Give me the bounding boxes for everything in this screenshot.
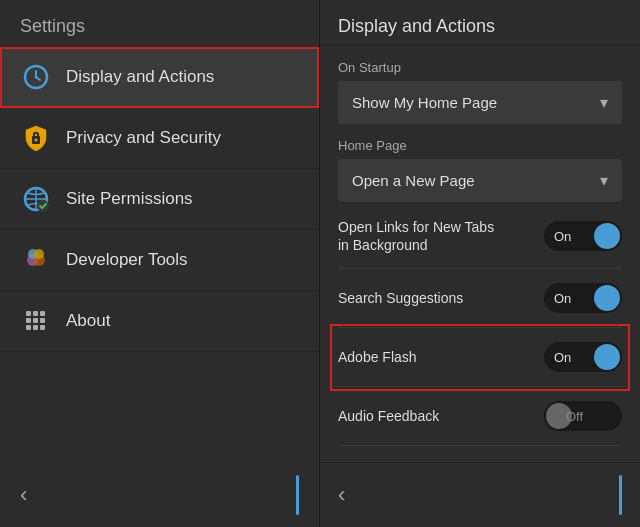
toggle-row-new-tabs: Open Links for New Tabs in Background On <box>338 204 622 269</box>
svg-point-1 <box>35 76 38 79</box>
toggle-label-new-tabs: Open Links for New Tabs in Background <box>338 218 508 254</box>
toggle-text-new-tabs: On <box>546 229 571 244</box>
svg-rect-17 <box>33 325 38 330</box>
svg-rect-11 <box>33 311 38 316</box>
toggle-search[interactable]: On <box>544 283 622 313</box>
sidebar-label-dev: Developer Tools <box>66 250 188 270</box>
homepage-dropdown-value: Open a New Page <box>352 172 475 189</box>
svg-rect-15 <box>40 318 45 323</box>
sidebar: Settings Display and Actions Privacy and… <box>0 0 320 527</box>
sidebar-label-display: Display and Actions <box>66 67 214 87</box>
detail-panel: Display and Actions On Startup Show My H… <box>320 0 640 527</box>
sidebar-item-display[interactable]: Display and Actions <box>0 47 319 108</box>
scroll-indicator-right <box>619 475 622 515</box>
sidebar-item-about[interactable]: About <box>0 291 319 352</box>
toggle-label-audio: Audio Feedback <box>338 407 439 425</box>
sidebar-item-privacy[interactable]: Privacy and Security <box>0 108 319 169</box>
homepage-dropdown[interactable]: Open a New Page ▾ <box>338 159 622 202</box>
sidebar-label-about: About <box>66 311 110 331</box>
toggle-circle-flash <box>594 344 620 370</box>
toggle-text-audio: Off <box>546 409 583 424</box>
sidebar-label-privacy: Privacy and Security <box>66 128 221 148</box>
toggle-label-flash: Adobe Flash <box>338 348 417 366</box>
svg-rect-16 <box>26 325 31 330</box>
toggle-audio[interactable]: Off <box>544 401 622 431</box>
homepage-dropdown-arrow: ▾ <box>600 171 608 190</box>
section-label-homepage: Home Page <box>338 138 622 153</box>
back-button[interactable]: ‹ <box>20 482 27 508</box>
left-bottom-bar: ‹ <box>0 463 319 527</box>
detail-content: On Startup Show My Home Page ▾ Home Page… <box>320 46 640 462</box>
startup-dropdown-value: Show My Home Page <box>352 94 497 111</box>
svg-rect-18 <box>40 325 45 330</box>
scroll-indicator-left <box>296 475 299 515</box>
toggle-new-tabs[interactable]: On <box>544 221 622 251</box>
section-label-startup: On Startup <box>338 60 622 75</box>
toggle-circle-new-tabs <box>594 223 620 249</box>
toggle-circle-search <box>594 285 620 311</box>
svg-point-3 <box>35 139 38 142</box>
toggle-text-flash: On <box>546 350 571 365</box>
sidebar-item-site[interactable]: Site Permissions <box>0 169 319 230</box>
toggle-row-flash: Adobe Flash On <box>334 328 626 387</box>
right-back-button[interactable]: ‹ <box>338 482 345 508</box>
sidebar-item-dev[interactable]: Developer Tools <box>0 230 319 291</box>
startup-dropdown[interactable]: Show My Home Page ▾ <box>338 81 622 124</box>
about-icon <box>20 305 52 337</box>
site-icon <box>20 183 52 215</box>
toggle-row-audio: Audio Feedback Off <box>338 387 622 446</box>
svg-point-9 <box>34 249 44 259</box>
toggle-label-search: Search Suggestions <box>338 289 463 307</box>
svg-rect-13 <box>26 318 31 323</box>
svg-rect-14 <box>33 318 38 323</box>
sidebar-label-site: Site Permissions <box>66 189 193 209</box>
svg-rect-10 <box>26 311 31 316</box>
settings-title: Settings <box>0 0 319 47</box>
detail-header: Display and Actions <box>320 0 640 46</box>
toggle-text-search: On <box>546 291 571 306</box>
svg-rect-12 <box>40 311 45 316</box>
display-icon <box>20 61 52 93</box>
dev-icon <box>20 244 52 276</box>
toggle-row-search: Search Suggestions On <box>338 269 622 328</box>
privacy-icon <box>20 122 52 154</box>
right-bottom-bar: ‹ <box>320 462 640 527</box>
toggle-flash[interactable]: On <box>544 342 622 372</box>
startup-dropdown-arrow: ▾ <box>600 93 608 112</box>
detail-title: Display and Actions <box>338 16 622 37</box>
